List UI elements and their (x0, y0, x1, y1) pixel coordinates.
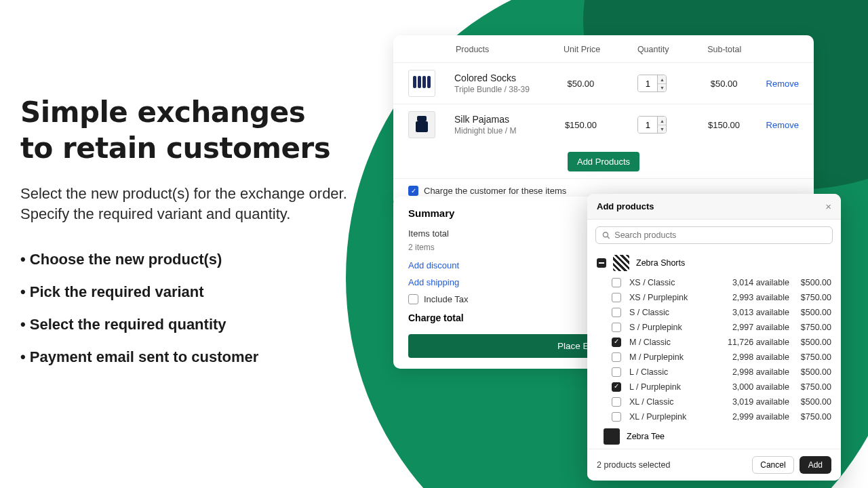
variant-price: $750.00 (789, 382, 831, 392)
variant-checkbox[interactable] (612, 278, 621, 287)
qty-down-icon[interactable]: ▼ (658, 83, 666, 92)
svg-rect-2 (422, 76, 426, 88)
variant-price: $750.00 (789, 293, 831, 302)
headline: Simple exchanges to retain customers (20, 95, 373, 166)
variant-price: $750.00 (789, 352, 831, 362)
variant-checkbox[interactable] (612, 323, 621, 332)
cancel-button[interactable]: Cancel (752, 456, 793, 474)
product-name: Colored Socks (454, 73, 530, 83)
variant-price: $750.00 (789, 323, 831, 332)
product-variant: Triple Bundle / 38-39 (454, 85, 530, 94)
variant-checkbox[interactable] (612, 367, 621, 377)
remove-link[interactable]: Remove (766, 120, 799, 130)
svg-rect-3 (427, 76, 431, 88)
variant-name: XL / Classic (629, 397, 722, 407)
product-thumb (613, 255, 629, 271)
marketing-body: Select the new product(s) for the exchan… (20, 184, 373, 224)
variant-checkbox[interactable] (612, 352, 621, 362)
product-thumb (408, 111, 435, 138)
variant-price: $500.00 (789, 278, 831, 287)
variant-price: $500.00 (789, 308, 831, 317)
variant-name: XS / Purplepink (629, 293, 722, 302)
search-input[interactable] (614, 230, 826, 240)
modal-product-row[interactable]: Zebra Shorts (587, 251, 841, 275)
modal-header: Add products × (587, 194, 841, 220)
svg-rect-0 (413, 76, 416, 88)
variant-checkbox[interactable] (612, 412, 621, 422)
variant-row[interactable]: S / Purplepink2,997 available$750.00 (587, 320, 841, 335)
checkbox-indeterminate-icon[interactable] (597, 258, 606, 268)
variant-available: 3,000 available (722, 382, 789, 392)
marketing-copy: Simple exchanges to retain customers Sel… (20, 95, 373, 381)
variant-row[interactable]: XS / Classic3,014 available$500.00 (587, 275, 841, 290)
variant-row[interactable]: L / Purplepink3,000 available$750.00 (587, 380, 841, 394)
modal-title: Add products (597, 201, 654, 211)
variant-available: 2,998 available (722, 352, 789, 362)
include-tax-label: Include Tax (424, 294, 469, 304)
variant-price: $500.00 (789, 367, 831, 377)
variant-row[interactable]: M / Classic11,726 available$500.00 (587, 335, 841, 350)
variant-name: L / Classic (629, 367, 722, 377)
variant-price: $500.00 (789, 397, 831, 407)
qty-down-icon[interactable]: ▼ (658, 125, 666, 133)
quantity-input[interactable] (638, 75, 657, 92)
modal-footer: 2 products selected Cancel Add (587, 449, 841, 481)
checkbox-empty-icon[interactable]: ✓ (408, 294, 418, 304)
col-unit-price: Unit Price (547, 45, 618, 54)
variant-row[interactable]: XL / Classic3,019 available$500.00 (587, 394, 841, 409)
variant-row[interactable]: S / Classic3,013 available$500.00 (587, 305, 841, 320)
variant-checkbox[interactable] (612, 308, 621, 317)
close-icon[interactable]: × (825, 201, 831, 212)
qty-up-icon[interactable]: ▲ (658, 75, 666, 83)
variant-available: 2,993 available (722, 293, 789, 302)
add-button[interactable]: Add (800, 456, 831, 474)
svg-point-6 (603, 232, 608, 237)
variant-name: M / Purplepink (629, 352, 722, 362)
variant-available: 3,019 available (722, 397, 789, 407)
quantity-input[interactable] (638, 117, 657, 133)
charge-customer-label: Charge the customer for these items (424, 186, 566, 196)
table-row: Colored Socks Triple Bundle / 38-39 $50.… (393, 62, 814, 104)
bullet: Payment email sent to customer (20, 348, 373, 366)
variant-checkbox[interactable] (612, 382, 621, 392)
variant-name: XS / Classic (629, 278, 722, 287)
product-thumb (604, 428, 620, 445)
bullet: Choose the new product(s) (20, 251, 373, 268)
unit-price: $50.00 (545, 79, 617, 89)
variant-name: S / Classic (629, 308, 722, 317)
variant-name: L / Purplepink (629, 382, 722, 392)
remove-link[interactable]: Remove (766, 79, 799, 89)
sub-total: $50.00 (688, 79, 760, 89)
variant-checkbox[interactable] (612, 338, 621, 347)
quantity-stepper[interactable]: ▲▼ (637, 116, 667, 134)
variant-checkbox[interactable] (612, 293, 621, 302)
product-thumb (408, 70, 435, 97)
variant-row[interactable]: L / Classic2,998 available$500.00 (587, 365, 841, 380)
variant-row[interactable]: M / Purplepink2,998 available$750.00 (587, 350, 841, 365)
qty-up-icon[interactable]: ▲ (658, 117, 666, 125)
variant-available: 2,999 available (722, 412, 789, 422)
svg-rect-5 (416, 121, 428, 132)
sub-total: $150.00 (688, 120, 760, 130)
unit-price: $150.00 (545, 120, 617, 130)
headline-line-2: to retain customers (20, 131, 330, 165)
variant-available: 11,726 available (722, 338, 789, 347)
product-name: Silk Pajamas (454, 114, 516, 125)
headline-line-1: Simple exchanges (20, 96, 305, 129)
variant-price: $500.00 (789, 338, 831, 347)
exchange-products-panel: Products Unit Price Quantity Sub-total C… (393, 35, 814, 207)
modal-product-row[interactable]: Zebra Tee (587, 424, 841, 449)
variant-row[interactable]: XL / Purplepink2,999 available$750.00 (587, 409, 841, 424)
quantity-stepper[interactable]: ▲▼ (637, 75, 667, 92)
table-header-row: Products Unit Price Quantity Sub-total (393, 35, 814, 62)
variant-checkbox[interactable] (612, 397, 621, 407)
selected-count: 2 products selected (597, 460, 670, 470)
add-products-button[interactable]: Add Products (568, 152, 639, 171)
marketing-bullets: Choose the new product(s) Pick the requi… (20, 251, 373, 366)
col-quantity: Quantity (618, 45, 689, 54)
checkbox-checked-icon[interactable]: ✓ (408, 186, 418, 196)
variant-available: 3,013 available (722, 308, 789, 317)
modal-product-name: Zebra Tee (627, 432, 665, 441)
search-input-wrapper[interactable] (595, 226, 833, 244)
variant-row[interactable]: XS / Purplepink2,993 available$750.00 (587, 290, 841, 305)
